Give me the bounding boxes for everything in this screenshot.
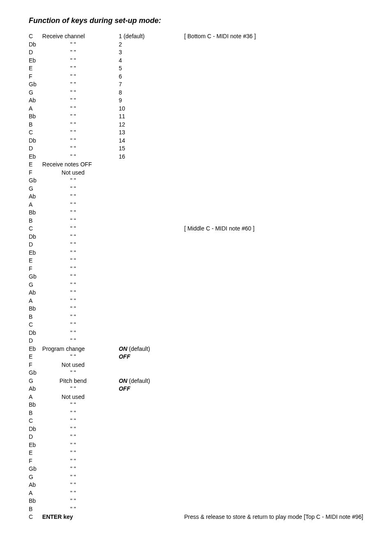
key-value	[119, 513, 184, 521]
key-name: Db	[29, 137, 42, 145]
key-name: F	[29, 361, 42, 369]
table-row: A" "10	[29, 105, 363, 113]
key-value: 16	[119, 153, 184, 161]
table-row: Bb" "	[29, 305, 363, 313]
key-name: F	[29, 169, 42, 177]
table-row: Gb" "	[29, 465, 363, 473]
key-value	[119, 505, 184, 514]
key-note	[184, 361, 363, 369]
key-value: 11	[119, 113, 184, 121]
key-name: C	[29, 225, 42, 233]
key-note	[184, 57, 363, 65]
table-row: Db" "	[29, 329, 363, 337]
key-name: C	[29, 129, 42, 137]
key-note	[184, 217, 363, 225]
key-value: 10	[119, 105, 184, 113]
table-row: CReceive channel1 (default)[ Bottom C - …	[29, 32, 363, 41]
key-name: Gb	[29, 81, 42, 89]
key-function: " "	[42, 369, 119, 377]
key-function: " "	[42, 177, 119, 185]
table-row: D" "	[29, 337, 363, 345]
key-name: C	[29, 417, 42, 425]
key-value	[119, 401, 184, 409]
table-row: B" "	[29, 505, 363, 514]
key-function: " "	[42, 385, 119, 393]
key-name: E	[29, 161, 42, 169]
key-name: Ab	[29, 481, 42, 489]
table-row: B" "	[29, 409, 363, 417]
table-row: Ab" "OFF	[29, 385, 363, 393]
key-value	[119, 329, 184, 337]
key-value	[119, 497, 184, 505]
key-name: Eb	[29, 249, 42, 257]
key-note	[184, 153, 363, 161]
table-row: E" "	[29, 257, 363, 265]
key-value	[119, 489, 184, 497]
key-function: " "	[42, 48, 119, 57]
key-note	[184, 97, 363, 105]
table-row: Eb" "16	[29, 153, 363, 161]
table-row: Eb" "	[29, 249, 363, 257]
key-function: " "	[42, 97, 119, 105]
key-function: " "	[42, 489, 119, 497]
key-note	[184, 369, 363, 377]
key-note	[184, 145, 363, 153]
table-row: GPitch bendON (default)	[29, 377, 363, 385]
table-row: Gb" "7	[29, 81, 363, 89]
key-value	[119, 321, 184, 329]
key-function: " "	[42, 289, 119, 297]
key-value	[119, 465, 184, 473]
key-function: " "	[42, 249, 119, 257]
table-row: Gb" "	[29, 273, 363, 281]
page-heading: Function of keys during set-up mode:	[29, 16, 363, 25]
key-note	[184, 489, 363, 497]
key-note	[184, 193, 363, 201]
key-note	[184, 289, 363, 297]
key-value	[119, 281, 184, 289]
table-row: G" "	[29, 473, 363, 481]
key-function: " "	[42, 233, 119, 241]
key-name: A	[29, 297, 42, 305]
table-row: A" "	[29, 297, 363, 305]
table-row: FNot used	[29, 169, 363, 177]
key-name: Bb	[29, 113, 42, 121]
key-name: A	[29, 105, 42, 113]
key-name: Gb	[29, 369, 42, 377]
key-note	[184, 64, 363, 73]
table-row: B" "	[29, 313, 363, 321]
key-note	[184, 441, 363, 449]
key-value	[119, 481, 184, 489]
key-value	[119, 449, 184, 457]
key-function: " "	[42, 441, 119, 449]
key-value: 2	[119, 41, 184, 49]
key-value: 4	[119, 57, 184, 65]
key-note	[184, 457, 363, 465]
key-name: G	[29, 473, 42, 481]
key-value	[119, 161, 184, 169]
key-note	[184, 497, 363, 505]
key-name: B	[29, 409, 42, 417]
key-function: " "	[42, 121, 119, 129]
key-note	[184, 313, 363, 321]
key-note	[184, 137, 363, 145]
key-note	[184, 449, 363, 457]
key-note	[184, 177, 363, 185]
table-row: Bb" "	[29, 209, 363, 217]
key-value: 1 (default)	[119, 32, 184, 41]
key-function: " "	[42, 225, 119, 233]
key-function: " "	[42, 145, 119, 153]
key-function: " "	[42, 497, 119, 505]
key-function: " "	[42, 353, 119, 361]
key-note	[184, 121, 363, 129]
key-function: " "	[42, 425, 119, 433]
key-value: 3	[119, 48, 184, 57]
key-function: " "	[42, 481, 119, 489]
key-name: Ab	[29, 289, 42, 297]
key-note	[184, 337, 363, 345]
key-note	[184, 129, 363, 137]
table-row: G" "	[29, 185, 363, 193]
key-value: OFF	[119, 353, 184, 361]
key-value	[119, 441, 184, 449]
key-function: " "	[42, 209, 119, 217]
key-name: G	[29, 377, 42, 385]
